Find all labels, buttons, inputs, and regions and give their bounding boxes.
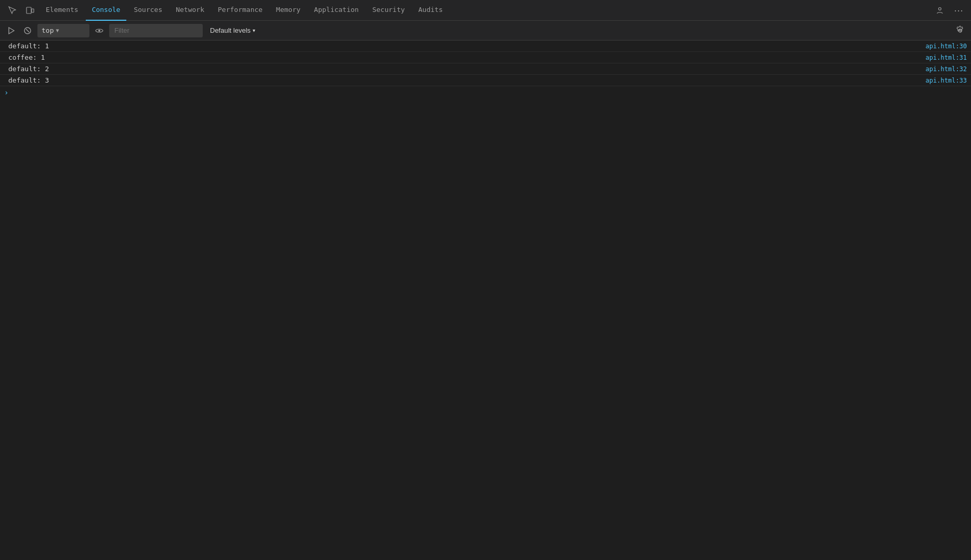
log-levels-button[interactable]: Default levels ▾ bbox=[206, 25, 259, 36]
tab-application[interactable]: Application bbox=[308, 0, 365, 21]
tab-memory[interactable]: Memory bbox=[270, 0, 307, 21]
filter-input[interactable] bbox=[109, 24, 203, 37]
context-select-arrow: ▼ bbox=[56, 28, 59, 33]
console-input[interactable] bbox=[11, 89, 967, 97]
settings-button[interactable] bbox=[953, 24, 967, 37]
stop-button[interactable] bbox=[21, 24, 34, 37]
console-log-text: default: 2 bbox=[8, 65, 49, 73]
source-link[interactable]: api.html:31 bbox=[926, 54, 967, 61]
inspect-icon bbox=[8, 6, 17, 15]
tab-console[interactable]: Console bbox=[86, 0, 127, 21]
tab-elements[interactable]: Elements bbox=[40, 0, 85, 21]
context-selector[interactable]: top ▼ bbox=[37, 24, 89, 37]
console-input-container: › bbox=[0, 86, 971, 99]
svg-line-5 bbox=[26, 29, 29, 32]
tab-security[interactable]: Security bbox=[366, 0, 411, 21]
svg-rect-1 bbox=[32, 9, 34, 12]
eye-icon bbox=[95, 26, 103, 35]
more-options-button[interactable]: ⋯ bbox=[950, 2, 967, 19]
nav-right-icons: ⋯ bbox=[931, 2, 967, 19]
source-link[interactable]: api.html:32 bbox=[926, 65, 967, 73]
table-row: default: 3 api.html:33 bbox=[0, 75, 971, 86]
svg-rect-0 bbox=[27, 7, 31, 14]
tab-performance[interactable]: Performance bbox=[212, 0, 269, 21]
levels-label: Default levels bbox=[210, 26, 251, 34]
levels-arrow-icon: ▾ bbox=[253, 28, 255, 33]
ellipsis-icon: ⋯ bbox=[954, 5, 964, 16]
source-link[interactable]: api.html:30 bbox=[926, 43, 967, 50]
person-icon bbox=[936, 6, 944, 15]
console-log-text: default: 1 bbox=[8, 42, 49, 50]
console-output: default: 1 api.html:30 coffee: 1 api.htm… bbox=[0, 41, 971, 560]
svg-point-2 bbox=[939, 7, 941, 10]
table-row: default: 1 api.html:30 bbox=[0, 41, 971, 52]
device-icon bbox=[26, 6, 34, 15]
tab-network[interactable]: Network bbox=[169, 0, 211, 21]
input-prompt-icon: › bbox=[4, 88, 8, 97]
svg-point-6 bbox=[98, 30, 100, 32]
play-icon bbox=[7, 26, 15, 35]
watch-expressions-button[interactable] bbox=[93, 24, 106, 37]
context-value: top bbox=[42, 26, 54, 34]
tab-audits[interactable]: Audits bbox=[412, 0, 449, 21]
main-content: top ▼ Default levels ▾ def bbox=[0, 21, 971, 560]
source-link[interactable]: api.html:33 bbox=[926, 77, 967, 84]
console-log-text: default: 3 bbox=[8, 76, 49, 84]
tab-sources[interactable]: Sources bbox=[127, 0, 168, 21]
devtools-nav-bar: Elements Console Sources Network Perform… bbox=[0, 0, 971, 21]
svg-marker-3 bbox=[9, 28, 14, 34]
stop-icon bbox=[23, 26, 32, 35]
device-toolbar-button[interactable] bbox=[22, 2, 38, 19]
gear-icon bbox=[955, 25, 965, 36]
customize-devtools-button[interactable] bbox=[931, 2, 948, 19]
table-row: coffee: 1 api.html:31 bbox=[0, 52, 971, 63]
table-row: default: 2 api.html:32 bbox=[0, 63, 971, 75]
console-toolbar: top ▼ Default levels ▾ bbox=[0, 21, 971, 41]
inspect-element-button[interactable] bbox=[4, 2, 21, 19]
console-log-text: coffee: 1 bbox=[8, 54, 45, 61]
clear-console-button[interactable] bbox=[4, 24, 18, 37]
